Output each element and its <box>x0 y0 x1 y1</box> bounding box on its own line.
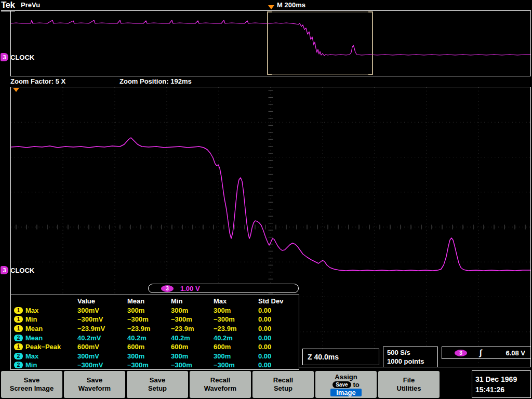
measurement-min: −23.9m <box>171 325 214 332</box>
channel-scale-value: 1.00 V <box>180 285 200 292</box>
measurement-std: 0.00 <box>258 361 299 369</box>
measurement-min: −300m <box>171 315 214 323</box>
measurement-min: −300m <box>171 361 214 369</box>
measurement-mean: 300m <box>127 307 171 314</box>
channel-label: CLOCK <box>10 54 34 61</box>
tek-logo: Tek <box>1 0 15 11</box>
record-length: 1000 points <box>387 357 437 366</box>
channel-badge-icon: 1 <box>14 307 23 314</box>
oscilloscope-screen: Tek PreVu M 200ms 3 CLOCK Zoom Factor: 5… <box>0 0 532 399</box>
measurement-mean: −23.9m <box>127 325 171 332</box>
channel-scale-readout: 3 1.00 V <box>148 284 299 293</box>
button-label: Save <box>150 376 165 384</box>
measurement-max: 300m <box>214 352 258 360</box>
sample-rate: 500 S/s <box>387 348 437 357</box>
zoom-scale-value: Z 40.0ms <box>308 353 339 361</box>
assign-target-value: Image <box>330 389 362 396</box>
rising-edge-trigger-icon: ∫ <box>480 349 482 356</box>
measurement-std: 0.00 <box>258 352 299 360</box>
measurement-row: 1Mean−23.9mV−23.9m−23.9m−23.9m0.00 <box>14 324 299 334</box>
channel3-marker-overview: 3 CLOCK <box>1 53 34 61</box>
button-label: File <box>403 376 415 384</box>
measurement-value: −300mV <box>77 361 127 369</box>
measurement-value: −23.9mV <box>77 325 127 332</box>
col-max: Max <box>214 297 258 305</box>
measurement-value: 300mV <box>77 307 127 314</box>
measurement-std: 0.00 <box>258 315 299 323</box>
zoom-factor-readout: Zoom Factor: 5 X <box>10 77 65 85</box>
channel-label: CLOCK <box>10 267 34 274</box>
button-label: Setup <box>148 384 167 393</box>
save-waveform-button[interactable]: Save Waveform <box>64 371 125 398</box>
measurement-mean: −300m <box>127 315 171 323</box>
overview-plot <box>11 11 530 76</box>
zoom-window-bracket[interactable] <box>268 12 373 74</box>
button-label: Screen Image <box>10 384 54 393</box>
measurement-value: 40.2mV <box>77 334 127 342</box>
trigger-source-badge-icon: 3 <box>455 350 467 356</box>
measurement-max: −300m <box>214 361 258 369</box>
channel-badge-icon: 2 <box>14 335 23 341</box>
channel3-badge-icon: 3 <box>161 285 174 292</box>
measurement-min: 300m <box>171 352 214 360</box>
measurement-name: Max <box>25 307 38 314</box>
button-label: Recall <box>210 376 230 384</box>
button-label: Utilities <box>397 384 421 393</box>
measurement-row: 2Min−300mV−300m−300m−300m0.00 <box>14 361 299 370</box>
measurement-max: −23.9m <box>214 325 258 332</box>
measurement-std: 0.00 <box>258 307 299 314</box>
recall-setup-button[interactable]: Recall Setup <box>252 371 314 398</box>
measurement-table: Value Mean Min Max Std Dev 1Max300mV300m… <box>10 295 299 370</box>
measurement-row: 1Max300mV300m300m300m0.00 <box>14 306 299 315</box>
measurement-mean: 300m <box>127 352 171 360</box>
trigger-readout-box: 3 ∫ 6.08 V <box>442 347 531 359</box>
measurement-name: Mean <box>25 334 43 342</box>
button-label: Recall <box>273 376 293 384</box>
date-value: 31 Dec 1969 <box>475 374 530 384</box>
measurement-header-row: Value Mean Min Max Std Dev <box>14 297 299 306</box>
button-label: to <box>353 381 360 389</box>
button-label: Waveform <box>204 384 236 393</box>
trigger-position-marker-icon <box>268 5 274 9</box>
button-label: Save <box>24 376 39 384</box>
measurement-max: 600m <box>214 343 258 351</box>
button-label: Save <box>87 376 102 384</box>
channel-badge-icon: 1 <box>14 325 23 332</box>
measurement-name: Mean <box>25 325 43 332</box>
overview-trace <box>11 20 530 56</box>
measurement-row: 2Mean40.2mV40.2m40.2m40.2m0.00 <box>14 333 299 342</box>
measurement-std: 0.00 <box>258 343 299 351</box>
save-screen-image-button[interactable]: Save Screen Image <box>1 371 62 398</box>
zoom-position-readout: Zoom Position: 192ms <box>119 77 192 85</box>
channel-badge-icon: 1 <box>14 343 23 350</box>
measurement-std: 0.00 <box>258 334 299 342</box>
channel-badge-icon: 2 <box>14 362 23 368</box>
measurement-row: 1Min−300mV−300m−300m−300m0.00 <box>14 315 299 324</box>
file-utilities-button[interactable]: File Utilities <box>378 371 440 398</box>
measurement-row: 2Max300mV300m300m300m0.00 <box>14 352 299 361</box>
save-key-badge: Save <box>332 381 351 388</box>
col-value: Value <box>77 297 127 305</box>
assign-save-to-button[interactable]: Assign Save to Image <box>315 371 377 398</box>
measurement-min: 300m <box>171 307 214 314</box>
zoom-reference-marker-icon <box>13 88 19 92</box>
measurement-min: 600m <box>171 343 214 351</box>
measurement-name: Peak−Peak <box>25 343 61 351</box>
measurement-max: 300m <box>214 307 258 314</box>
measurement-mean: 600m <box>127 343 171 351</box>
col-min: Min <box>171 297 214 305</box>
measurement-mean: 40.2m <box>127 334 171 342</box>
trigger-level-value: 6.08 V <box>506 349 525 357</box>
channel-badge-icon: 1 <box>14 316 23 323</box>
save-setup-button[interactable]: Save Setup <box>127 371 188 398</box>
channel3-marker-main: 3 CLOCK <box>1 266 34 274</box>
button-label: Setup <box>274 384 292 393</box>
measurement-name: Min <box>25 315 37 323</box>
acquisition-box: 500 S/s 1000 points <box>383 347 438 367</box>
overview-window <box>10 10 531 76</box>
recall-waveform-button[interactable]: Recall Waveform <box>190 371 251 398</box>
measurement-max: −300m <box>214 315 258 323</box>
datetime-box: 31 Dec 1969 15:41:26 <box>472 370 531 398</box>
measurement-mean: −300m <box>127 361 171 369</box>
measurement-name: Max <box>25 352 38 360</box>
